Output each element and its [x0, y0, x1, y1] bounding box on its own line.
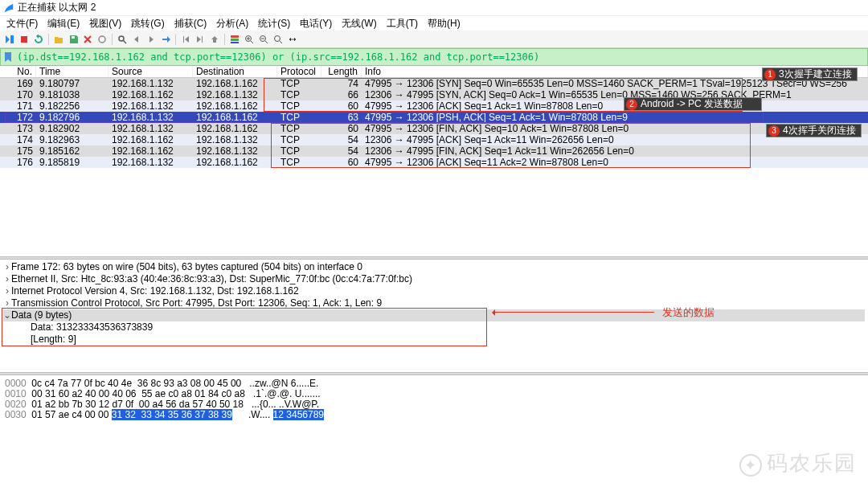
svg-rect-0: [21, 36, 27, 43]
expand-icon[interactable]: ›: [3, 273, 11, 285]
expand-icon[interactable]: ›: [3, 285, 11, 297]
reload-icon[interactable]: [96, 33, 108, 46]
toolbar: [0, 31, 868, 48]
col-info[interactable]: Info: [362, 66, 868, 77]
find-icon[interactable]: [116, 33, 129, 46]
menu-wireless[interactable]: 无线(W): [338, 17, 379, 31]
detail-frame[interactable]: Frame 172: 63 bytes on wire (504 bits), …: [11, 261, 362, 272]
menu-edit[interactable]: 编辑(E): [44, 17, 83, 31]
svg-point-2: [99, 36, 105, 43]
menu-go[interactable]: 跳转(G): [128, 17, 167, 31]
start-capture-icon[interactable]: [3, 33, 16, 46]
save-file-icon[interactable]: [67, 33, 80, 46]
goto-icon[interactable]: [159, 33, 172, 46]
resize-cols-icon[interactable]: [286, 33, 299, 46]
table-row[interactable]: 1709.181038192.168.1.162192.168.1.132TCP…: [0, 89, 868, 100]
col-time[interactable]: Time: [36, 66, 108, 77]
first-icon[interactable]: [179, 33, 192, 46]
annotation-arrow: [493, 312, 654, 313]
svg-line-4: [123, 40, 126, 43]
detail-data-len[interactable]: [Length: 9]: [31, 334, 76, 345]
detail-data-hex[interactable]: Data: 313233343536373839: [31, 321, 153, 333]
svg-rect-5: [231, 35, 239, 38]
expand-icon[interactable]: ›: [3, 261, 11, 273]
menu-statistics[interactable]: 统计(S): [255, 17, 293, 31]
detail-tcp[interactable]: Transmission Control Protocol, Src Port:…: [11, 297, 382, 309]
menu-capture[interactable]: 捕获(C): [171, 17, 211, 31]
menu-telephony[interactable]: 电话(Y): [297, 17, 335, 31]
detail-ip[interactable]: Internet Protocol Version 4, Src: 192.16…: [11, 285, 299, 297]
colorize-icon[interactable]: [228, 33, 241, 46]
packet-bytes[interactable]: 0000 0c c4 7a 77 0f bc 40 4e 36 8c 93 a3…: [0, 375, 868, 424]
col-dst[interactable]: Destination: [193, 66, 277, 77]
zoom-reset-icon[interactable]: [272, 33, 285, 46]
table-row[interactable]: 1749.182963192.168.1.162192.168.1.132TCP…: [0, 134, 868, 145]
packet-list: No. Time Source Destination Protocol Len…: [0, 66, 868, 168]
detail-eth[interactable]: Ethernet II, Src: Htc_8c:93:a3 (40:4e:36…: [11, 273, 412, 284]
packet-details[interactable]: ›Frame 172: 63 bytes on wire (504 bits),…: [0, 260, 868, 372]
menu-analyze[interactable]: 分析(A): [213, 17, 252, 31]
display-filter-input[interactable]: [17, 51, 866, 63]
zoom-in-icon[interactable]: [243, 33, 256, 46]
table-row[interactable]: 1739.182902192.168.1.132192.168.1.162TCP…: [0, 123, 868, 134]
menu-view[interactable]: 视图(V): [86, 17, 125, 31]
svg-rect-7: [231, 42, 239, 43]
table-row[interactable]: 1759.185162192.168.1.162192.168.1.132TCP…: [0, 145, 868, 157]
col-proto[interactable]: Protocol: [277, 66, 321, 77]
expand-icon[interactable]: ›: [3, 297, 11, 309]
filter-bar: [0, 48, 868, 66]
menu-file[interactable]: 文件(F): [3, 17, 41, 31]
watermark: ✦码农乐园: [739, 449, 857, 477]
last-icon[interactable]: [194, 33, 207, 46]
window-title: 正在捕获 以太网 2: [18, 1, 96, 14]
table-row[interactable]: 1769.185819192.168.1.132192.168.1.162TCP…: [0, 157, 868, 168]
next-icon[interactable]: [145, 33, 158, 46]
detail-data[interactable]: Data (9 bytes): [11, 309, 72, 321]
auto-scroll-icon[interactable]: [208, 33, 221, 46]
packet-list-header: No. Time Source Destination Protocol Len…: [0, 66, 868, 78]
zoom-out-icon[interactable]: [257, 33, 270, 46]
restart-capture-icon[interactable]: [32, 33, 45, 46]
titlebar: 正在捕获 以太网 2: [0, 0, 868, 16]
open-file-icon[interactable]: [52, 33, 65, 46]
menubar: 文件(F) 编辑(E) 视图(V) 跳转(G) 捕获(C) 分析(A) 统计(S…: [0, 16, 868, 31]
annotation-label-data: 发送的数据: [662, 305, 714, 320]
col-src[interactable]: Source: [108, 66, 193, 77]
menu-help[interactable]: 帮助(H): [424, 17, 464, 31]
stop-capture-icon[interactable]: [18, 33, 31, 46]
table-row[interactable]: 1729.182796192.168.1.132192.168.1.162TCP…: [0, 112, 868, 123]
prev-icon[interactable]: [130, 33, 143, 46]
svg-point-10: [275, 35, 280, 41]
menu-tools[interactable]: 工具(T): [383, 17, 421, 31]
wireshark-icon: [3, 2, 14, 14]
col-len[interactable]: Length: [321, 66, 362, 77]
close-file-icon[interactable]: [81, 33, 94, 46]
table-row[interactable]: 1719.182256192.168.1.132192.168.1.162TCP…: [0, 100, 868, 112]
bookmark-icon[interactable]: [2, 51, 14, 63]
wechat-icon: ✦: [739, 454, 762, 477]
svg-rect-1: [72, 36, 75, 39]
collapse-icon[interactable]: ⌄: [3, 309, 11, 321]
col-no[interactable]: No.: [0, 66, 36, 77]
table-row[interactable]: 1699.180797192.168.1.132192.168.1.162TCP…: [0, 78, 868, 89]
svg-rect-6: [231, 39, 239, 41]
